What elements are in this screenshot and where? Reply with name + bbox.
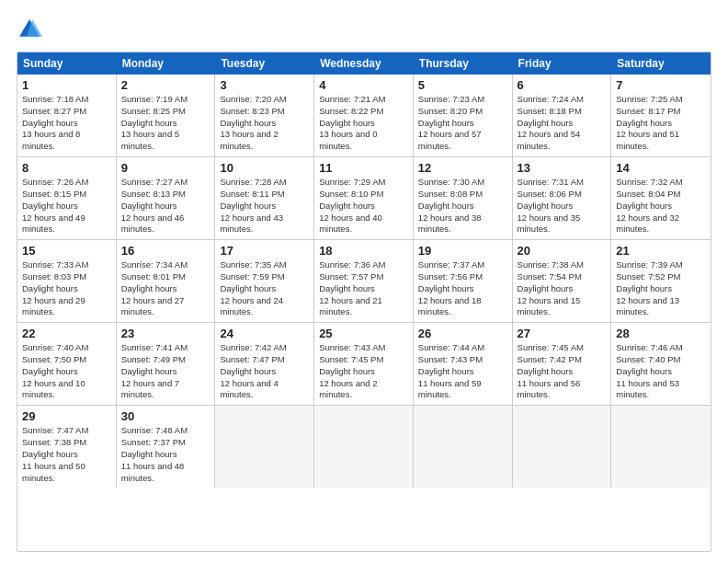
header-day-tuesday: Tuesday xyxy=(215,52,314,75)
day-number: 14 xyxy=(616,161,706,175)
calendar-cell xyxy=(611,406,711,488)
day-number: 2 xyxy=(121,78,210,92)
day-info: Sunrise: 7:36 AMSunset: 7:57 PMDaylight … xyxy=(319,259,408,318)
day-info: Sunrise: 7:41 AMSunset: 7:49 PMDaylight … xyxy=(121,342,210,401)
day-number: 30 xyxy=(121,409,210,423)
day-info: Sunrise: 7:26 AMSunset: 8:15 PMDaylight … xyxy=(22,177,111,236)
calendar-cell: 6Sunrise: 7:24 AMSunset: 8:18 PMDaylight… xyxy=(513,75,612,156)
calendar-cell: 28Sunrise: 7:46 AMSunset: 7:40 PMDayligh… xyxy=(611,323,711,405)
day-number: 3 xyxy=(220,78,309,92)
calendar-cell: 24Sunrise: 7:42 AMSunset: 7:47 PMDayligh… xyxy=(215,323,314,405)
calendar-week-2: 8Sunrise: 7:26 AMSunset: 8:15 PMDaylight… xyxy=(17,157,711,240)
day-number: 7 xyxy=(616,78,706,92)
day-number: 25 xyxy=(319,327,408,340)
day-number: 12 xyxy=(418,161,507,175)
calendar-week-5: 29Sunrise: 7:47 AMSunset: 7:38 PMDayligh… xyxy=(17,406,711,488)
calendar-cell: 7Sunrise: 7:25 AMSunset: 8:17 PMDaylight… xyxy=(611,75,711,156)
day-number: 23 xyxy=(121,327,210,340)
day-info: Sunrise: 7:31 AMSunset: 8:06 PMDaylight … xyxy=(518,177,607,236)
day-info: Sunrise: 7:20 AMSunset: 8:23 PMDaylight … xyxy=(220,94,309,153)
calendar-cell: 27Sunrise: 7:45 AMSunset: 7:42 PMDayligh… xyxy=(513,323,612,405)
calendar-cell: 30Sunrise: 7:48 AMSunset: 7:37 PMDayligh… xyxy=(117,406,216,488)
logo-icon xyxy=(17,17,42,42)
day-info: Sunrise: 7:27 AMSunset: 8:13 PMDaylight … xyxy=(121,177,210,236)
header-day-friday: Friday xyxy=(513,52,612,75)
header-day-monday: Monday xyxy=(117,52,216,75)
day-info: Sunrise: 7:32 AMSunset: 8:04 PMDaylight … xyxy=(616,177,706,236)
header-day-thursday: Thursday xyxy=(414,52,513,75)
day-number: 28 xyxy=(616,327,706,340)
day-number: 22 xyxy=(22,327,111,340)
calendar-cell: 10Sunrise: 7:28 AMSunset: 8:11 PMDayligh… xyxy=(215,157,314,239)
day-info: Sunrise: 7:38 AMSunset: 7:54 PMDaylight … xyxy=(518,259,607,318)
calendar-cell: 15Sunrise: 7:33 AMSunset: 8:03 PMDayligh… xyxy=(17,240,117,322)
day-number: 4 xyxy=(319,78,408,92)
day-number: 19 xyxy=(418,244,507,258)
calendar-cell xyxy=(414,406,513,488)
day-info: Sunrise: 7:28 AMSunset: 8:11 PMDaylight … xyxy=(220,177,309,236)
day-info: Sunrise: 7:34 AMSunset: 8:01 PMDaylight … xyxy=(121,259,210,318)
day-number: 27 xyxy=(518,327,607,340)
day-info: Sunrise: 7:35 AMSunset: 7:59 PMDaylight … xyxy=(220,259,309,318)
calendar: SundayMondayTuesdayWednesdayThursdayFrid… xyxy=(17,52,711,552)
day-info: Sunrise: 7:48 AMSunset: 7:37 PMDaylight … xyxy=(121,425,210,484)
calendar-cell: 5Sunrise: 7:23 AMSunset: 8:20 PMDaylight… xyxy=(414,75,513,156)
day-number: 8 xyxy=(22,161,111,175)
calendar-cell: 29Sunrise: 7:47 AMSunset: 7:38 PMDayligh… xyxy=(17,406,117,488)
day-number: 1 xyxy=(22,78,111,92)
day-number: 13 xyxy=(518,161,607,175)
day-number: 10 xyxy=(220,161,309,175)
calendar-cell: 12Sunrise: 7:30 AMSunset: 8:08 PMDayligh… xyxy=(414,157,513,239)
calendar-cell: 22Sunrise: 7:40 AMSunset: 7:50 PMDayligh… xyxy=(17,323,117,405)
header-day-saturday: Saturday xyxy=(611,52,711,75)
calendar-header: SundayMondayTuesdayWednesdayThursdayFrid… xyxy=(17,52,711,75)
calendar-cell: 16Sunrise: 7:34 AMSunset: 8:01 PMDayligh… xyxy=(117,240,216,322)
calendar-cell: 17Sunrise: 7:35 AMSunset: 7:59 PMDayligh… xyxy=(215,240,314,322)
calendar-cell: 20Sunrise: 7:38 AMSunset: 7:54 PMDayligh… xyxy=(513,240,612,322)
day-info: Sunrise: 7:24 AMSunset: 8:18 PMDaylight … xyxy=(518,94,607,153)
day-info: Sunrise: 7:37 AMSunset: 7:56 PMDaylight … xyxy=(418,259,507,318)
day-info: Sunrise: 7:39 AMSunset: 7:52 PMDaylight … xyxy=(616,259,706,318)
day-number: 26 xyxy=(418,327,507,340)
calendar-cell xyxy=(513,406,612,488)
day-number: 29 xyxy=(22,409,111,423)
day-info: Sunrise: 7:29 AMSunset: 8:10 PMDaylight … xyxy=(319,177,408,236)
day-info: Sunrise: 7:45 AMSunset: 7:42 PMDaylight … xyxy=(518,342,607,401)
logo xyxy=(17,17,46,42)
day-number: 24 xyxy=(220,327,309,340)
day-number: 16 xyxy=(121,244,210,258)
day-info: Sunrise: 7:23 AMSunset: 8:20 PMDaylight … xyxy=(418,94,507,153)
page: SundayMondayTuesdayWednesdayThursdayFrid… xyxy=(0,0,728,563)
calendar-cell: 19Sunrise: 7:37 AMSunset: 7:56 PMDayligh… xyxy=(414,240,513,322)
calendar-cell: 21Sunrise: 7:39 AMSunset: 7:52 PMDayligh… xyxy=(611,240,711,322)
calendar-cell: 26Sunrise: 7:44 AMSunset: 7:43 PMDayligh… xyxy=(414,323,513,405)
day-info: Sunrise: 7:40 AMSunset: 7:50 PMDaylight … xyxy=(22,342,111,401)
calendar-cell: 4Sunrise: 7:21 AMSunset: 8:22 PMDaylight… xyxy=(314,75,414,156)
day-number: 15 xyxy=(22,244,111,258)
day-info: Sunrise: 7:42 AMSunset: 7:47 PMDaylight … xyxy=(220,342,309,401)
day-number: 11 xyxy=(319,161,408,175)
day-info: Sunrise: 7:33 AMSunset: 8:03 PMDaylight … xyxy=(22,259,111,318)
calendar-cell: 9Sunrise: 7:27 AMSunset: 8:13 PMDaylight… xyxy=(117,157,216,239)
calendar-body: 1Sunrise: 7:18 AMSunset: 8:27 PMDaylight… xyxy=(17,75,711,488)
day-info: Sunrise: 7:25 AMSunset: 8:17 PMDaylight … xyxy=(616,94,706,153)
calendar-cell xyxy=(215,406,314,488)
day-info: Sunrise: 7:30 AMSunset: 8:08 PMDaylight … xyxy=(418,177,507,236)
day-info: Sunrise: 7:43 AMSunset: 7:45 PMDaylight … xyxy=(319,342,408,401)
day-number: 9 xyxy=(121,161,210,175)
day-info: Sunrise: 7:19 AMSunset: 8:25 PMDaylight … xyxy=(121,94,210,153)
day-number: 6 xyxy=(518,78,607,92)
day-number: 18 xyxy=(319,244,408,258)
calendar-cell: 3Sunrise: 7:20 AMSunset: 8:23 PMDaylight… xyxy=(215,75,314,156)
calendar-cell: 25Sunrise: 7:43 AMSunset: 7:45 PMDayligh… xyxy=(314,323,414,405)
day-info: Sunrise: 7:18 AMSunset: 8:27 PMDaylight … xyxy=(22,94,111,153)
day-info: Sunrise: 7:21 AMSunset: 8:22 PMDaylight … xyxy=(319,94,408,153)
day-info: Sunrise: 7:44 AMSunset: 7:43 PMDaylight … xyxy=(418,342,507,401)
calendar-cell: 2Sunrise: 7:19 AMSunset: 8:25 PMDaylight… xyxy=(117,75,216,156)
calendar-cell: 11Sunrise: 7:29 AMSunset: 8:10 PMDayligh… xyxy=(314,157,414,239)
calendar-cell: 13Sunrise: 7:31 AMSunset: 8:06 PMDayligh… xyxy=(513,157,612,239)
header-day-sunday: Sunday xyxy=(17,52,117,75)
calendar-cell: 1Sunrise: 7:18 AMSunset: 8:27 PMDaylight… xyxy=(17,75,117,156)
calendar-cell xyxy=(314,406,414,488)
day-number: 21 xyxy=(616,244,706,258)
